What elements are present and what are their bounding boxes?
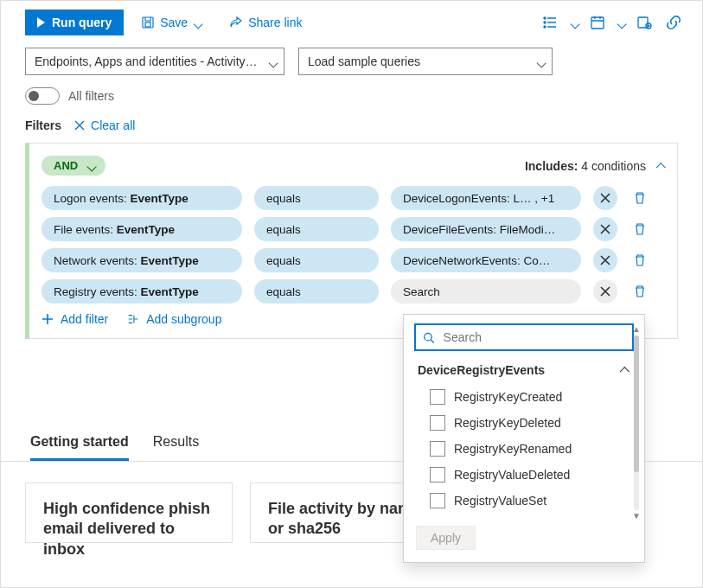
svg-rect-5 [591, 17, 604, 29]
filter-column-pill[interactable]: File events: EventType [42, 217, 242, 241]
tab-results[interactable]: Results [153, 434, 199, 461]
apply-button[interactable]: Apply [416, 526, 476, 550]
list-view-button[interactable] [538, 10, 564, 35]
run-query-button[interactable]: Run query [25, 10, 124, 35]
sample-queries-select[interactable]: Load sample queries [298, 48, 553, 75]
dropdown-search-box[interactable] [414, 323, 634, 351]
scope-select[interactable]: Endpoints, Apps and identities - Activit… [25, 48, 284, 75]
filters-title: Filters [25, 118, 61, 132]
toolbar-right-icons [538, 10, 687, 35]
actions-button[interactable] [631, 10, 657, 35]
list-view-chevron[interactable] [567, 10, 581, 35]
filter-operator-pill[interactable]: equals [254, 186, 379, 210]
dropdown-option[interactable]: RegistryValueSet [430, 488, 634, 514]
checkbox[interactable] [430, 467, 445, 483]
plus-icon [42, 313, 54, 325]
chevron-down-icon [86, 162, 95, 170]
clear-value-button[interactable] [593, 279, 617, 304]
add-filter-button[interactable]: Add filter [42, 312, 108, 326]
scroll-up-icon[interactable]: ▲ [632, 325, 641, 334]
dropdown-option-label: RegistryValueDeleted [454, 468, 570, 482]
dropdown-option[interactable]: RegistryKeyCreated [430, 384, 634, 410]
filter-operator-pill[interactable]: equals [254, 217, 379, 241]
dropdown-option-label: RegistryKeyRenamed [454, 442, 572, 456]
query-card-title: File activity by name or sha256 [268, 500, 420, 537]
svg-point-3 [544, 22, 546, 23]
selects-row: Endpoints, Apps and identities - Activit… [1, 46, 702, 87]
checkbox[interactable] [430, 493, 445, 508]
chevron-down-icon [536, 57, 545, 66]
link-icon [666, 15, 681, 30]
save-button[interactable]: Save [134, 10, 208, 35]
checkbox[interactable] [430, 441, 445, 457]
clear-all-button[interactable]: Clear all [73, 118, 135, 132]
dropdown-scrollbar[interactable]: ▲ ▼ [630, 325, 642, 521]
svg-point-2 [544, 17, 546, 19]
chevron-down-icon [570, 18, 578, 27]
filter-value-pill[interactable]: DeviceLogonEvents: L… , +1 [391, 186, 581, 210]
delete-filter-button[interactable] [630, 250, 650, 271]
clear-value-button[interactable] [593, 186, 617, 210]
add-subgroup-button[interactable]: Add subgroup [127, 312, 221, 326]
dropdown-option-label: RegistryKeyDeleted [454, 416, 561, 430]
tab-getting-started-label: Getting started [30, 434, 129, 449]
top-toolbar: Run query Save Share link [1, 1, 702, 46]
share-label: Share link [248, 16, 302, 29]
filter-operator-pill[interactable]: equals [254, 248, 379, 272]
save-icon [141, 16, 155, 29]
checkbox[interactable] [430, 415, 445, 431]
group-operator-label: AND [54, 159, 78, 172]
share-link-button[interactable]: Share link [222, 10, 309, 35]
chevron-down-icon [268, 57, 277, 66]
play-icon [37, 17, 45, 28]
dropdown-group-label: DeviceRegistryEvents [418, 363, 545, 377]
link-button[interactable] [661, 10, 687, 35]
action-icon [636, 15, 652, 30]
delete-filter-button[interactable] [630, 188, 650, 208]
filters-header: Filters Clear all [1, 118, 702, 143]
filter-value-pill[interactable]: DeviceFileEvents: FileModi… [391, 217, 581, 241]
dropdown-option[interactable]: RegistryKeyRenamed [430, 436, 634, 462]
group-operator-pill[interactable]: AND [42, 156, 105, 176]
value-picker-dropdown: DeviceRegistryEvents RegistryKeyCreatedR… [403, 314, 645, 563]
share-icon [229, 16, 243, 29]
chevron-down-icon [193, 18, 201, 27]
dropdown-group-header[interactable]: DeviceRegistryEvents [411, 360, 637, 380]
clear-all-label: Clear all [91, 118, 135, 132]
collapse-group-button[interactable] [658, 159, 665, 173]
filter-row: Network events: EventTypeequalsDeviceNet… [42, 248, 665, 272]
filter-row: Logon events: EventTypeequalsDeviceLogon… [42, 186, 665, 210]
date-chevron[interactable] [614, 10, 628, 35]
delete-filter-button[interactable] [630, 219, 650, 240]
chevron-up-icon [622, 363, 629, 377]
dropdown-option[interactable]: RegistryKeyDeleted [430, 410, 634, 436]
date-button[interactable] [585, 10, 610, 35]
query-card[interactable]: High confidence phish email delivered to… [25, 483, 233, 543]
dropdown-option[interactable]: RegistryValueDeleted [430, 462, 634, 488]
scroll-down-icon[interactable]: ▼ [632, 512, 641, 521]
chevron-down-icon [617, 18, 625, 27]
sample-queries-value: Load sample queries [308, 54, 420, 68]
clear-value-button[interactable] [593, 217, 617, 241]
dropdown-option-label: RegistryValueSet [454, 494, 546, 508]
checkbox[interactable] [430, 389, 445, 405]
filter-column-pill[interactable]: Logon events: EventType [42, 186, 242, 210]
dropdown-option-label: RegistryKeyCreated [454, 390, 562, 404]
filter-column-pill[interactable]: Registry events: EventType [42, 279, 242, 304]
tab-getting-started[interactable]: Getting started [30, 434, 129, 461]
delete-filter-button[interactable] [630, 281, 650, 302]
filter-operator-pill[interactable]: equals [254, 279, 379, 304]
calendar-icon [590, 15, 605, 30]
all-filters-toggle[interactable] [25, 87, 60, 105]
search-icon [423, 331, 435, 344]
subgroup-icon [127, 313, 139, 325]
filter-column-pill[interactable]: Network events: EventType [42, 248, 242, 272]
svg-point-4 [544, 26, 546, 28]
dropdown-search-input[interactable] [442, 329, 625, 345]
add-subgroup-label: Add subgroup [146, 312, 221, 326]
filter-value-pill[interactable]: Search [391, 279, 581, 304]
svg-rect-1 [145, 22, 150, 27]
filter-row: Registry events: EventTypeequalsSearch [42, 279, 665, 304]
clear-value-button[interactable] [593, 248, 617, 272]
filter-value-pill[interactable]: DeviceNetworkEvents: Co… [391, 248, 581, 272]
